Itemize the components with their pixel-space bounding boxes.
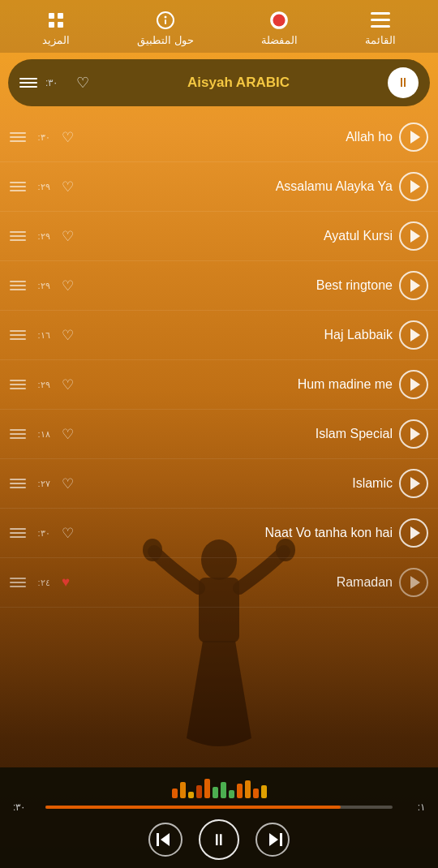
song-item[interactable]: ‎:٢٩ ♡ Best ringtone <box>0 261 438 311</box>
song-title: Allah ho <box>80 130 393 144</box>
eq-bar <box>204 779 210 798</box>
song-heart-icon[interactable]: ♡ <box>62 277 74 294</box>
song-play-button[interactable] <box>399 320 428 350</box>
drag-handle-icon <box>10 429 26 439</box>
song-heart-icon[interactable]: ♥ <box>62 574 70 591</box>
song-heart-icon[interactable]: ♡ <box>62 129 74 146</box>
nav-item-about[interactable]: حول التطبيق <box>137 10 194 46</box>
song-time: ‎:٢٩ <box>32 182 55 192</box>
song-play-button[interactable] <box>399 172 428 201</box>
song-title: Islamic <box>80 476 393 491</box>
now-playing-bar: ‎:٣٠ ♡ Aisyah ARABIC ⏸ <box>8 59 430 106</box>
now-playing-heart[interactable]: ♡ <box>76 74 89 92</box>
drag-handle-icon <box>10 479 26 488</box>
song-item[interactable]: ‎:٣٠ ♡ Allah ho <box>0 113 438 162</box>
song-time: ‎:٢٩ <box>32 281 55 291</box>
play-triangle-icon <box>410 131 420 144</box>
svg-rect-13 <box>371 12 390 15</box>
song-item[interactable]: ‎:٢٤ ♥ Ramadan <box>0 558 438 608</box>
eq-bar <box>253 789 259 798</box>
next-icon <box>269 833 278 846</box>
svg-rect-4 <box>49 13 54 19</box>
drag-handle-icon <box>10 330 26 340</box>
song-title: Ayatul Kursi <box>80 229 393 243</box>
nav-favorites-label: المفضلة <box>261 34 298 46</box>
song-play-button[interactable] <box>399 370 428 399</box>
play-triangle-icon <box>410 329 420 342</box>
song-heart-icon[interactable]: ♡ <box>62 327 74 344</box>
song-heart-icon[interactable]: ♡ <box>62 228 74 245</box>
eq-bar <box>229 790 234 798</box>
song-play-button[interactable] <box>399 518 428 548</box>
play-triangle-icon <box>410 279 420 292</box>
progress-fill <box>45 806 341 809</box>
song-time: ‎:٣٠ <box>32 528 55 539</box>
nav-more-label: المزيد <box>42 34 70 46</box>
song-time: ‎:٣٠ <box>32 132 55 143</box>
progress-bar[interactable] <box>45 806 393 809</box>
svg-point-12 <box>273 14 286 26</box>
song-item[interactable]: ‎:١٦ ♡ Haj Labbaik <box>0 311 438 360</box>
menu-icon[interactable] <box>19 78 37 88</box>
drag-handle-icon <box>10 528 26 538</box>
next-button[interactable] <box>256 823 290 857</box>
pause-main-icon: ⏸ <box>211 831 227 849</box>
svg-rect-7 <box>58 22 63 28</box>
nav-item-list[interactable]: القائمة <box>365 10 396 46</box>
song-play-button[interactable] <box>399 122 428 152</box>
equalizer-bars <box>13 772 425 798</box>
song-heart-icon[interactable]: ♡ <box>62 178 74 196</box>
song-title: Haj Labbaik <box>80 328 393 342</box>
song-item[interactable]: ‎:٢٩ ♡ Ayatul Kursi <box>0 212 438 261</box>
song-heart-icon[interactable]: ♡ <box>62 475 74 492</box>
bottom-player: ‎:٣٠ ‎:١ ⏸ <box>0 767 438 868</box>
song-play-button[interactable] <box>399 469 428 498</box>
elapsed-time: ‎:٣٠ <box>13 801 37 813</box>
song-item[interactable]: ‎:٢٩ ♡ Hum madine me <box>0 360 438 410</box>
previous-button[interactable] <box>148 823 182 857</box>
play-triangle-icon <box>410 576 420 589</box>
song-item[interactable]: ‎:٣٠ ♡ Naat Vo tanha kon hai <box>0 509 438 558</box>
song-title: Naat Vo tanha kon hai <box>80 526 393 540</box>
now-playing-pause-button[interactable]: ⏸ <box>388 67 419 98</box>
total-time: ‎:١ <box>401 801 425 813</box>
eq-bar <box>261 785 267 798</box>
drag-handle-icon <box>10 281 26 290</box>
drag-handle-icon <box>10 132 26 142</box>
song-heart-icon[interactable]: ♡ <box>62 426 74 443</box>
info-icon <box>155 10 176 31</box>
song-item[interactable]: ‎:٢٧ ♡ Islamic <box>0 459 438 509</box>
song-item[interactable]: ‎:٢٩ ♡ Assalamu Alayka Ya <box>0 162 438 212</box>
menu-line-2 <box>19 82 37 84</box>
drag-handle-icon <box>10 578 26 587</box>
now-playing-time: ‎:٣٠ <box>45 77 68 88</box>
list-nav-icon <box>370 10 391 31</box>
eq-bar <box>237 784 243 798</box>
song-heart-icon[interactable]: ♡ <box>62 525 74 542</box>
menu-line-1 <box>19 78 37 79</box>
song-title: Assalamu Alayka Ya <box>80 179 393 194</box>
progress-row: ‎:٣٠ ‎:١ <box>13 801 425 813</box>
nav-item-more[interactable]: المزيد <box>42 10 70 46</box>
eq-bar <box>172 789 178 798</box>
song-play-button[interactable] <box>399 221 428 251</box>
song-time: ‎:٢٧ <box>32 479 55 489</box>
eq-bar <box>196 785 202 798</box>
song-play-button[interactable] <box>399 568 428 597</box>
song-item[interactable]: ‎:١٨ ♡ Islam Special <box>0 410 438 459</box>
song-play-button[interactable] <box>399 271 428 300</box>
song-time: ‎:٢٩ <box>32 380 55 390</box>
song-heart-icon[interactable]: ♡ <box>62 376 74 393</box>
nav-item-favorites[interactable]: المفضلة <box>261 10 298 46</box>
favorites-icon <box>268 10 290 31</box>
eq-bar <box>221 782 226 798</box>
drag-handle-icon <box>10 231 26 241</box>
previous-icon <box>161 833 170 846</box>
pause-button[interactable]: ⏸ <box>199 819 239 860</box>
menu-line-3 <box>19 86 37 88</box>
song-play-button[interactable] <box>399 419 428 449</box>
drag-handle-icon <box>10 380 26 389</box>
top-navigation: المزيد حول التطبيق المفضلة <box>0 0 438 53</box>
nav-list-label: القائمة <box>365 34 396 46</box>
play-triangle-icon <box>410 180 420 193</box>
